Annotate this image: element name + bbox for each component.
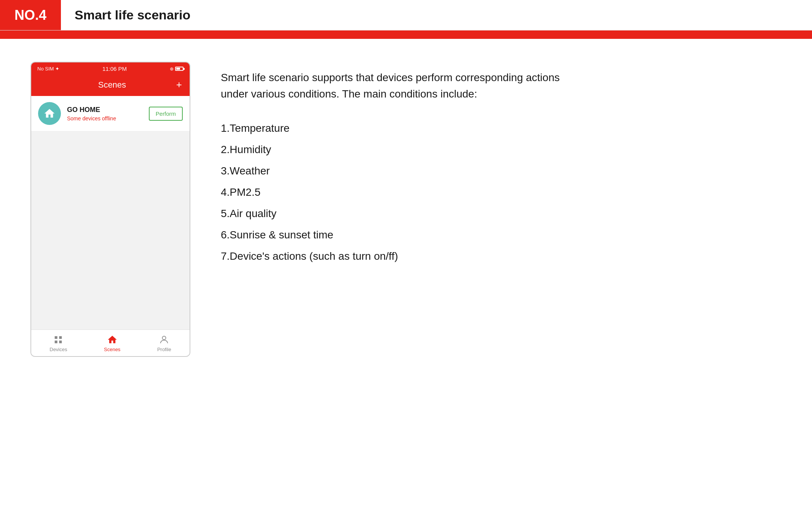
scenes-tab-icon bbox=[107, 334, 118, 345]
battery-icon bbox=[175, 67, 183, 71]
profile-tab-label: Profile bbox=[157, 347, 171, 352]
phone-mockup: No SIM ✦ 11:06 PM ⊕ Scenes + bbox=[30, 62, 190, 357]
header: NO.4 Smart life scenario bbox=[0, 0, 812, 30]
condition-item: 7.Device's actions (such as turn on/ff) bbox=[221, 246, 782, 267]
scene-card: GO HOME Some devices offline Perform bbox=[31, 96, 190, 131]
description-intro: Smart life scenario supports that device… bbox=[221, 69, 563, 102]
nav-bar: Scenes + bbox=[31, 75, 190, 96]
devices-tab-label: Devices bbox=[49, 347, 67, 352]
status-right: ⊕ bbox=[170, 66, 183, 72]
condition-item: 1.Temperature bbox=[221, 118, 782, 139]
tab-devices[interactable]: Devices bbox=[49, 334, 67, 352]
status-icon: ⊕ bbox=[170, 66, 174, 72]
condition-item: 5.Air quality bbox=[221, 203, 782, 224]
add-scene-button[interactable]: + bbox=[176, 79, 182, 91]
scene-info: GO HOME Some devices offline bbox=[67, 106, 143, 121]
phone-container: No SIM ✦ 11:06 PM ⊕ Scenes + bbox=[30, 62, 190, 357]
red-divider bbox=[0, 30, 812, 39]
status-time: 11:06 PM bbox=[102, 66, 127, 72]
perform-button[interactable]: Perform bbox=[149, 107, 183, 121]
main-content: No SIM ✦ 11:06 PM ⊕ Scenes + bbox=[0, 39, 812, 380]
devices-tab-icon bbox=[53, 334, 64, 345]
scenes-tab-label: Scenes bbox=[104, 347, 120, 352]
profile-tab-icon bbox=[159, 334, 169, 345]
tab-bar: Devices Scenes bbox=[31, 329, 190, 356]
condition-item: 3.Weather bbox=[221, 160, 782, 182]
home-icon bbox=[43, 107, 56, 120]
conditions-list: 1.Temperature2.Humidity3.Weather4.PM2.55… bbox=[221, 118, 782, 267]
condition-item: 2.Humidity bbox=[221, 139, 782, 160]
header-badge: NO.4 bbox=[0, 0, 61, 30]
scene-name: GO HOME bbox=[67, 106, 143, 114]
tab-scenes[interactable]: Scenes bbox=[104, 334, 120, 352]
condition-item: 4.PM2.5 bbox=[221, 182, 782, 203]
scene-offline-status: Some devices offline bbox=[67, 115, 143, 121]
scene-icon bbox=[38, 102, 61, 125]
status-left: No SIM ✦ bbox=[37, 66, 59, 72]
tab-profile[interactable]: Profile bbox=[157, 334, 171, 352]
nav-bar-title: Scenes bbox=[98, 80, 126, 90]
description-area: Smart life scenario supports that device… bbox=[221, 62, 782, 357]
header-title: Smart life scenario bbox=[61, 8, 190, 22]
no-sim-label: No SIM ✦ bbox=[37, 66, 59, 72]
svg-point-0 bbox=[163, 336, 166, 340]
scene-list-empty-area bbox=[31, 131, 190, 329]
status-bar: No SIM ✦ 11:06 PM ⊕ bbox=[31, 62, 190, 75]
condition-item: 6.Sunrise & sunset time bbox=[221, 224, 782, 246]
